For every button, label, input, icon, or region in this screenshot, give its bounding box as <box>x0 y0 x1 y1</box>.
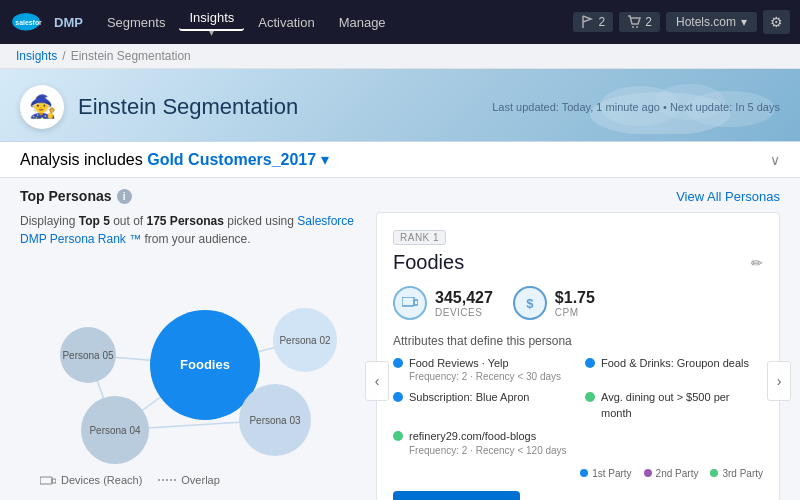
bubble-persona02-label: Persona 02 <box>279 335 331 346</box>
legend-dot-3rd <box>710 469 718 477</box>
nav-segments[interactable]: Segments <box>97 11 176 34</box>
attr-blue-apron: Subscription: Blue Apron <box>393 390 571 421</box>
nav-item-segments[interactable]: Segments <box>97 11 176 34</box>
gear-icon: ⚙ <box>770 14 783 30</box>
breadcrumb-insights[interactable]: Insights <box>16 49 57 63</box>
top-personas-label: Top Personas i <box>20 188 132 204</box>
bubble-persona03-label: Persona 03 <box>249 415 301 426</box>
cpm-value: $1.75 <box>555 289 595 307</box>
create-segment-button[interactable]: Create a segment <box>393 491 520 500</box>
edit-persona-button[interactable]: ✏ <box>751 255 763 271</box>
nav-right-area: 2 2 Hotels.com ▾ ⚙ <box>573 10 790 34</box>
einstein-emoji: 🧙 <box>29 94 56 120</box>
cart-icon <box>627 15 641 29</box>
attr-dot-blue-apron <box>393 392 403 402</box>
nav-item-activation[interactable]: Activation <box>248 11 324 34</box>
breadcrumb-separator: / <box>62 49 65 63</box>
salesforce-logo: salesforce <box>10 11 42 33</box>
bubble-chart-svg: Foodies Persona 02 Persona 03 Persona 04… <box>20 260 340 470</box>
view-summary-button[interactable]: View Summary <box>530 491 618 500</box>
party-legend: 1st Party 2nd Party 3rd Party <box>393 468 763 479</box>
chevron-right-icon: › <box>777 373 782 389</box>
next-persona-button[interactable]: › <box>767 361 791 401</box>
devices-stat-icon <box>393 286 427 320</box>
desc-175: 175 Personas <box>147 214 224 228</box>
settings-button[interactable]: ⚙ <box>763 10 790 34</box>
attr-refinery-name: refinery29.com/food-blogs <box>409 429 567 444</box>
devices-count: 345,427 <box>435 289 493 307</box>
svg-rect-17 <box>402 297 414 306</box>
attr-food-drinks-name: Food & Drinks: Groupon deals <box>601 356 749 371</box>
flag-badge[interactable]: 2 <box>573 12 614 32</box>
stats-row: 345,427 DEVICES $ $1.75 CPM <box>393 286 763 320</box>
breadcrumb-current: Einstein Segmentation <box>71 49 191 63</box>
desc-mid: out of <box>113 214 146 228</box>
persona-name-row: Foodies ✏ <box>393 251 763 274</box>
persona-description: Displaying Top 5 out of 175 Personas pic… <box>20 212 360 248</box>
main-content: Top Personas i View All Personas Display… <box>0 178 800 500</box>
svg-point-3 <box>636 26 638 28</box>
last-updated-text: Last updated: Today, 1 minute ago • Next… <box>492 101 780 113</box>
content-area: Displaying Top 5 out of 175 Personas pic… <box>0 204 800 500</box>
page-title: Einstein Segmentation <box>78 94 298 120</box>
analysis-collapse-icon[interactable]: ∨ <box>770 152 780 168</box>
account-chevron-icon: ▾ <box>741 15 747 29</box>
attr-dining-out: Avg. dining out > $500 per month <box>585 390 763 421</box>
attributes-title: Attributes that define this persona <box>393 334 763 348</box>
info-icon[interactable]: i <box>117 189 132 204</box>
desc-pre: Displaying <box>20 214 75 228</box>
account-selector[interactable]: Hotels.com ▾ <box>666 12 757 32</box>
cart-badge[interactable]: 2 <box>619 12 660 32</box>
analysis-highlight[interactable]: Gold Customers_2017 <box>147 151 316 168</box>
attr-blue-apron-name: Subscription: Blue Apron <box>409 390 529 405</box>
legend-dot-1st <box>580 469 588 477</box>
svg-rect-15 <box>52 479 56 483</box>
devices-label: DEVICES <box>435 307 493 318</box>
attr-dining-out-text: Avg. dining out > $500 per month <box>601 390 763 421</box>
attr-food-drinks-text: Food & Drinks: Groupon deals <box>601 356 749 371</box>
analysis-dropdown-icon[interactable]: ▾ <box>321 151 329 168</box>
nav-insights[interactable]: Insights ▾ <box>179 6 244 38</box>
attr-refinery-text: refinery29.com/food-blogs Frequency: 2 ·… <box>409 429 567 455</box>
attr-food-drinks: Food & Drinks: Groupon deals <box>585 356 763 382</box>
breadcrumb: Insights / Einstein Segmentation <box>0 44 800 69</box>
nav-activation[interactable]: Activation <box>248 11 324 34</box>
einstein-icon: 🧙 <box>20 85 64 129</box>
attr-food-reviews-name: Food Reviews · Yelp <box>409 356 561 371</box>
attr-dot-dining-out <box>585 392 595 402</box>
attr-blue-apron-text: Subscription: Blue Apron <box>409 390 529 405</box>
attr-food-reviews-text: Food Reviews · Yelp Frequency: 2 · Recen… <box>409 356 561 382</box>
action-buttons-row: Create a segment View Summary View Journ… <box>393 491 763 500</box>
hero-section: 🧙 Einstein Segmentation Last updated: To… <box>0 69 800 142</box>
svg-point-2 <box>632 26 634 28</box>
attr-dot-refinery <box>393 431 403 441</box>
persona-name: Foodies <box>393 251 464 274</box>
flag-count: 2 <box>599 15 606 29</box>
insights-submenu-indicator: ▾ <box>179 27 244 38</box>
attr-food-reviews: Food Reviews · Yelp Frequency: 2 · Recen… <box>393 356 571 382</box>
desc-picked: picked using <box>227 214 297 228</box>
nav-item-manage[interactable]: Manage <box>329 11 396 34</box>
rank-badge: RANK 1 <box>393 230 446 245</box>
devices-stat-values: 345,427 DEVICES <box>435 289 493 318</box>
prev-persona-button[interactable]: ‹ <box>365 361 389 401</box>
attr-dot-food-reviews <box>393 358 403 368</box>
svg-rect-14 <box>40 477 52 484</box>
legend-3rd-party: 3rd Party <box>710 468 763 479</box>
chevron-left-icon: ‹ <box>375 373 380 389</box>
svg-rect-18 <box>414 300 418 305</box>
analysis-prefix: Analysis includes <box>20 151 143 168</box>
nav-manage[interactable]: Manage <box>329 11 396 34</box>
overlap-legend-label: Overlap <box>181 474 220 486</box>
left-panel: Displaying Top 5 out of 175 Personas pic… <box>20 212 360 500</box>
devices-icon <box>40 475 56 485</box>
attr-refinery-sub: Frequency: 2 · Recency < 120 days <box>409 445 567 456</box>
legend-dot-2nd <box>644 469 652 477</box>
legend-1st-party: 1st Party <box>580 468 631 479</box>
view-all-personas-link[interactable]: View All Personas <box>676 189 780 204</box>
rank-card: ‹ RANK 1 Foodies ✏ 345,427 <box>376 212 780 500</box>
attr-dot-food-drinks <box>585 358 595 368</box>
view-journey-button[interactable]: View Journey Insights <box>629 491 754 500</box>
cpm-stat-values: $1.75 CPM <box>555 289 595 318</box>
bubble-persona05-label: Persona 05 <box>62 350 114 361</box>
